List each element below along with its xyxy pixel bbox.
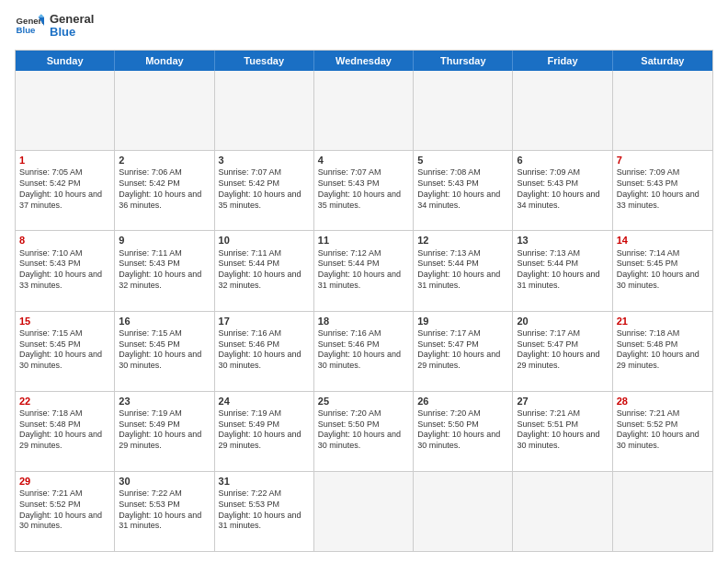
calendar-row-4: 22Sunrise: 7:18 AM Sunset: 5:48 PM Dayli… <box>16 391 712 471</box>
calendar: SundayMondayTuesdayWednesdayThursdayFrid… <box>15 50 713 552</box>
calendar-cell <box>414 71 513 150</box>
calendar-cell: 26Sunrise: 7:20 AM Sunset: 5:50 PM Dayli… <box>414 392 513 471</box>
day-number: 10 <box>219 234 310 247</box>
calendar-cell: 28Sunrise: 7:21 AM Sunset: 5:52 PM Dayli… <box>613 392 712 471</box>
day-number: 23 <box>119 395 210 408</box>
logo-icon: General Blue <box>15 11 44 40</box>
calendar-cell: 8Sunrise: 7:10 AM Sunset: 5:43 PM Daylig… <box>16 231 115 310</box>
calendar-cell <box>613 71 712 150</box>
day-info: Sunrise: 7:05 AM Sunset: 5:42 PM Dayligh… <box>19 167 102 209</box>
calendar-cell: 27Sunrise: 7:21 AM Sunset: 5:51 PM Dayli… <box>513 392 612 471</box>
day-info: Sunrise: 7:21 AM Sunset: 5:52 PM Dayligh… <box>19 488 102 530</box>
day-number: 22 <box>19 395 110 408</box>
calendar-cell: 19Sunrise: 7:17 AM Sunset: 5:47 PM Dayli… <box>414 312 513 391</box>
day-number: 11 <box>318 234 409 247</box>
day-info: Sunrise: 7:11 AM Sunset: 5:43 PM Dayligh… <box>119 248 201 290</box>
day-number: 28 <box>617 395 709 408</box>
day-number: 1 <box>19 154 110 167</box>
day-number: 24 <box>219 395 310 408</box>
day-info: Sunrise: 7:19 AM Sunset: 5:49 PM Dayligh… <box>219 408 301 450</box>
header-day-friday: Friday <box>513 51 612 71</box>
day-number: 9 <box>119 234 210 247</box>
day-number: 8 <box>19 234 110 247</box>
calendar-cell: 21Sunrise: 7:18 AM Sunset: 5:48 PM Dayli… <box>613 312 712 391</box>
day-info: Sunrise: 7:16 AM Sunset: 5:46 PM Dayligh… <box>219 328 301 370</box>
calendar-cell <box>613 472 712 551</box>
day-number: 14 <box>617 234 709 247</box>
day-number: 20 <box>517 315 608 327</box>
calendar-cell: 1Sunrise: 7:05 AM Sunset: 5:42 PM Daylig… <box>16 151 115 230</box>
day-number: 25 <box>318 395 409 408</box>
calendar-cell: 31Sunrise: 7:22 AM Sunset: 5:53 PM Dayli… <box>215 472 314 551</box>
day-info: Sunrise: 7:15 AM Sunset: 5:45 PM Dayligh… <box>19 328 102 370</box>
day-info: Sunrise: 7:20 AM Sunset: 5:50 PM Dayligh… <box>417 408 500 450</box>
calendar-cell: 10Sunrise: 7:11 AM Sunset: 5:44 PM Dayli… <box>215 231 314 310</box>
day-info: Sunrise: 7:14 AM Sunset: 5:45 PM Dayligh… <box>617 248 700 290</box>
day-number: 5 <box>417 154 508 167</box>
header-day-saturday: Saturday <box>613 51 712 71</box>
calendar-row-2: 8Sunrise: 7:10 AM Sunset: 5:43 PM Daylig… <box>16 230 712 310</box>
header-day-sunday: Sunday <box>16 51 115 71</box>
main-container: General Blue General Blue SundayMondayTu… <box>0 0 728 563</box>
calendar-row-0 <box>16 71 712 150</box>
calendar-cell: 6Sunrise: 7:09 AM Sunset: 5:43 PM Daylig… <box>513 151 612 230</box>
day-number: 12 <box>417 234 508 247</box>
day-info: Sunrise: 7:13 AM Sunset: 5:44 PM Dayligh… <box>517 248 599 290</box>
day-number: 29 <box>19 475 110 488</box>
day-info: Sunrise: 7:17 AM Sunset: 5:47 PM Dayligh… <box>517 328 599 370</box>
day-info: Sunrise: 7:18 AM Sunset: 5:48 PM Dayligh… <box>19 408 102 450</box>
logo: General Blue General Blue <box>15 11 94 40</box>
calendar-cell <box>115 71 214 150</box>
day-info: Sunrise: 7:08 AM Sunset: 5:43 PM Dayligh… <box>417 167 500 209</box>
day-info: Sunrise: 7:21 AM Sunset: 5:51 PM Dayligh… <box>517 408 599 450</box>
day-info: Sunrise: 7:10 AM Sunset: 5:43 PM Dayligh… <box>19 248 102 290</box>
calendar-cell <box>314 71 414 150</box>
calendar-cell: 14Sunrise: 7:14 AM Sunset: 5:45 PM Dayli… <box>613 231 712 310</box>
calendar-cell: 22Sunrise: 7:18 AM Sunset: 5:48 PM Dayli… <box>16 392 115 471</box>
calendar-cell: 16Sunrise: 7:15 AM Sunset: 5:45 PM Dayli… <box>115 312 214 391</box>
svg-text:Blue: Blue <box>17 25 36 35</box>
day-info: Sunrise: 7:22 AM Sunset: 5:53 PM Dayligh… <box>219 488 301 530</box>
calendar-cell <box>215 71 314 150</box>
day-info: Sunrise: 7:16 AM Sunset: 5:46 PM Dayligh… <box>318 328 401 370</box>
calendar-cell: 20Sunrise: 7:17 AM Sunset: 5:47 PM Dayli… <box>513 312 612 391</box>
calendar-cell: 9Sunrise: 7:11 AM Sunset: 5:43 PM Daylig… <box>115 231 214 310</box>
calendar-cell: 24Sunrise: 7:19 AM Sunset: 5:49 PM Dayli… <box>215 392 314 471</box>
day-info: Sunrise: 7:09 AM Sunset: 5:43 PM Dayligh… <box>617 167 700 209</box>
day-info: Sunrise: 7:20 AM Sunset: 5:50 PM Dayligh… <box>318 408 401 450</box>
calendar-cell: 11Sunrise: 7:12 AM Sunset: 5:44 PM Dayli… <box>314 231 414 310</box>
header-day-wednesday: Wednesday <box>314 51 414 71</box>
header: General Blue General Blue <box>15 11 713 40</box>
day-info: Sunrise: 7:11 AM Sunset: 5:44 PM Dayligh… <box>219 248 301 290</box>
calendar-body: 1Sunrise: 7:05 AM Sunset: 5:42 PM Daylig… <box>16 71 712 551</box>
calendar-cell: 23Sunrise: 7:19 AM Sunset: 5:49 PM Dayli… <box>115 392 214 471</box>
day-number: 2 <box>119 154 210 167</box>
calendar-row-1: 1Sunrise: 7:05 AM Sunset: 5:42 PM Daylig… <box>16 150 712 230</box>
calendar-cell: 13Sunrise: 7:13 AM Sunset: 5:44 PM Dayli… <box>513 231 612 310</box>
header-day-thursday: Thursday <box>414 51 513 71</box>
calendar-cell: 17Sunrise: 7:16 AM Sunset: 5:46 PM Dayli… <box>215 312 314 391</box>
calendar-cell <box>314 472 414 551</box>
calendar-cell: 7Sunrise: 7:09 AM Sunset: 5:43 PM Daylig… <box>613 151 712 230</box>
day-number: 4 <box>318 154 409 167</box>
day-number: 30 <box>119 475 210 488</box>
day-number: 17 <box>219 315 310 327</box>
calendar-cell <box>513 472 612 551</box>
day-number: 26 <box>417 395 508 408</box>
calendar-cell: 4Sunrise: 7:07 AM Sunset: 5:43 PM Daylig… <box>314 151 414 230</box>
day-number: 19 <box>417 315 508 327</box>
day-number: 13 <box>517 234 608 247</box>
day-info: Sunrise: 7:13 AM Sunset: 5:44 PM Dayligh… <box>417 248 500 290</box>
calendar-cell <box>16 71 115 150</box>
calendar-cell <box>414 472 513 551</box>
day-info: Sunrise: 7:07 AM Sunset: 5:42 PM Dayligh… <box>219 167 301 209</box>
day-info: Sunrise: 7:06 AM Sunset: 5:42 PM Dayligh… <box>119 167 201 209</box>
day-info: Sunrise: 7:15 AM Sunset: 5:45 PM Dayligh… <box>119 328 201 370</box>
header-day-monday: Monday <box>115 51 214 71</box>
calendar-row-3: 15Sunrise: 7:15 AM Sunset: 5:45 PM Dayli… <box>16 311 712 391</box>
day-number: 27 <box>517 395 608 408</box>
day-info: Sunrise: 7:21 AM Sunset: 5:52 PM Dayligh… <box>617 408 700 450</box>
calendar-header: SundayMondayTuesdayWednesdayThursdayFrid… <box>16 51 712 71</box>
day-info: Sunrise: 7:07 AM Sunset: 5:43 PM Dayligh… <box>318 167 401 209</box>
calendar-cell: 3Sunrise: 7:07 AM Sunset: 5:42 PM Daylig… <box>215 151 314 230</box>
